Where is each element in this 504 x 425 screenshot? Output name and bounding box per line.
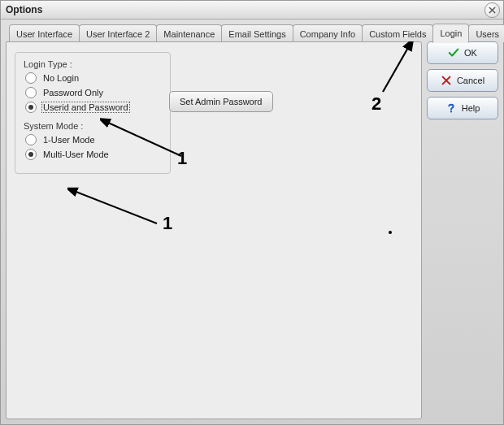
tab-user-interface[interactable]: User Interface <box>9 24 80 42</box>
radio-icon <box>25 72 37 84</box>
system-mode-header: System Mode : <box>24 121 162 131</box>
window-close-button[interactable] <box>484 2 500 18</box>
button-label: Cancel <box>457 76 484 85</box>
annotation-number-1b: 1 <box>163 213 172 234</box>
close-icon <box>489 5 496 16</box>
svg-point-3 <box>450 111 452 112</box>
tab-label: Company Info <box>300 29 355 39</box>
login-type-header: Login Type : <box>24 59 162 69</box>
check-icon <box>448 47 459 59</box>
radio-password-only[interactable]: Password Only <box>25 87 162 98</box>
radio-icon <box>25 134 37 145</box>
tab-users[interactable]: Users <box>468 24 504 42</box>
tab-maintenance[interactable]: Maintenance <box>156 24 222 42</box>
tab-label: Custom Fields <box>369 29 426 39</box>
titlebar: Options <box>1 1 503 20</box>
set-admin-password-button[interactable]: Set Admin Password <box>169 91 273 112</box>
radio-1-user-mode[interactable]: 1-User Mode <box>25 134 162 145</box>
tab-user-interface-2[interactable]: User Interface 2 <box>79 24 157 42</box>
radio-label: Multi-User Mode <box>41 149 111 160</box>
client-area: User Interface User Interface 2 Maintena… <box>1 19 503 424</box>
radio-label: Password Only <box>41 87 105 98</box>
annotation-arrow-1b <box>67 184 165 233</box>
annotation-dot <box>389 231 392 234</box>
radio-no-login[interactable]: No Login <box>25 72 162 84</box>
annotation-number-1a: 1 <box>177 148 187 169</box>
radio-multi-user-mode[interactable]: Multi-User Mode <box>25 149 162 160</box>
radio-label: 1-User Mode <box>41 134 97 145</box>
radio-icon <box>25 102 37 113</box>
x-icon <box>441 75 452 86</box>
tab-label: Users <box>476 29 499 39</box>
login-options-fieldset: Login Type : No Login Password Only User… <box>15 52 171 174</box>
window-title: Options <box>6 4 42 15</box>
tabstrip: User Interface User Interface 2 Maintena… <box>9 24 498 41</box>
button-label: Set Admin Password <box>180 97 263 106</box>
radio-icon <box>25 149 37 160</box>
radio-icon <box>25 87 37 98</box>
tab-label: Login <box>440 28 462 38</box>
button-label: OK <box>464 48 477 58</box>
button-label: Help <box>462 103 480 113</box>
tab-login-page: Login Type : No Login Password Only User… <box>6 41 422 419</box>
tab-email-settings[interactable]: Email Settings <box>221 24 293 42</box>
radio-userid-and-password[interactable]: Userid and Password <box>25 102 162 113</box>
tab-label: Email Settings <box>228 29 285 39</box>
dialog-buttons: OK Cancel Help <box>427 41 498 119</box>
tab-login[interactable]: Login <box>432 24 469 43</box>
radio-label: No Login <box>41 72 80 84</box>
tab-label: User Interface 2 <box>86 29 150 39</box>
radio-label: Userid and Password <box>41 102 130 113</box>
tab-custom-fields[interactable]: Custom Fields <box>362 24 433 42</box>
help-button[interactable]: Help <box>427 97 498 119</box>
tab-company-info[interactable]: Company Info <box>293 24 363 42</box>
cancel-button[interactable]: Cancel <box>427 69 498 92</box>
tab-label: User Interface <box>16 29 72 39</box>
question-icon <box>445 102 457 114</box>
options-window: Options User Interface User Interface 2 … <box>0 0 504 425</box>
svg-line-1 <box>74 191 157 223</box>
ok-button[interactable]: OK <box>427 41 498 64</box>
tab-label: Maintenance <box>163 29 215 39</box>
